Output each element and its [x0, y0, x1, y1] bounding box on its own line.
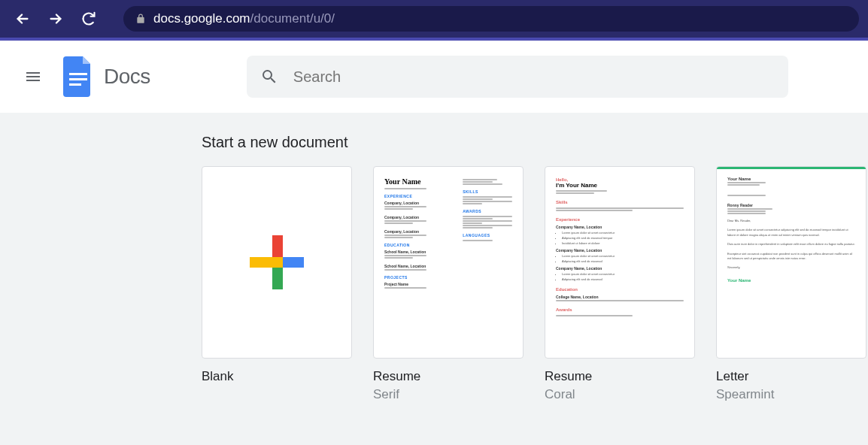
- svg-rect-1: [69, 78, 87, 80]
- app-header: Docs: [0, 41, 868, 113]
- arrow-left-icon: [14, 11, 31, 27]
- template-letter-spearmint[interactable]: Your Name Ronny Reader Dear Ms. Reader, …: [716, 166, 866, 402]
- search-input[interactable]: [293, 68, 775, 86]
- plus-icon: [250, 235, 304, 289]
- reload-button[interactable]: [75, 5, 102, 32]
- svg-rect-2: [69, 83, 81, 86]
- forward-button[interactable]: [42, 5, 69, 32]
- template-thumb-coral: Hello, I'm Your Name Skills Experience C…: [545, 166, 695, 359]
- hamburger-icon: [24, 68, 42, 86]
- template-blank[interactable]: Blank: [202, 166, 352, 402]
- template-resume-coral[interactable]: Hello, I'm Your Name Skills Experience C…: [545, 166, 695, 402]
- template-thumb-serif: Your Name Experience Company, Location C…: [373, 166, 524, 359]
- template-title: Resume: [373, 369, 524, 384]
- template-subtitle: Spearmint: [716, 387, 866, 402]
- url-path: /document/u/0/: [250, 11, 335, 26]
- url-domain: docs.google.com: [153, 11, 250, 26]
- template-title: Blank: [202, 369, 352, 384]
- template-thumb-spearmint: Your Name Ronny Reader Dear Ms. Reader, …: [716, 166, 866, 359]
- template-title: Resume: [545, 369, 695, 384]
- lock-icon: [135, 14, 146, 24]
- template-gallery: Blank Your Name Experience Company, Loca…: [202, 166, 868, 402]
- url-bar[interactable]: docs.google.com/document/u/0/: [123, 6, 859, 32]
- browser-nav-bar: docs.google.com/document/u/0/: [0, 0, 868, 38]
- main-area: Start a new document Blank: [0, 113, 868, 445]
- docs-logo-icon[interactable]: [63, 56, 93, 97]
- svg-rect-0: [69, 73, 87, 75]
- search-icon: [260, 68, 278, 86]
- template-subtitle: Serif: [373, 387, 524, 402]
- template-resume-serif[interactable]: Your Name Experience Company, Location C…: [373, 166, 524, 402]
- template-thumb-blank: [202, 166, 352, 359]
- back-button[interactable]: [9, 5, 36, 32]
- section-title: Start a new document: [202, 134, 868, 151]
- reload-icon: [81, 11, 96, 26]
- app-title: Docs: [104, 65, 150, 89]
- main-menu-button[interactable]: [15, 59, 51, 95]
- arrow-right-icon: [47, 11, 64, 27]
- search-bar[interactable]: [247, 56, 788, 98]
- template-subtitle: Coral: [545, 387, 695, 402]
- template-title: Letter: [716, 369, 866, 384]
